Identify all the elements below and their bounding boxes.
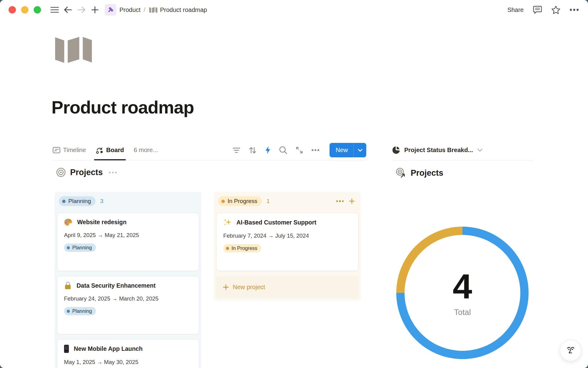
product-workspace-icon[interactable] bbox=[105, 4, 116, 16]
card-title: New Mobile App Launch bbox=[74, 345, 143, 352]
top-bar: Product / Product roadmap Share bbox=[0, 0, 588, 20]
status-dot bbox=[62, 200, 66, 203]
plus-icon bbox=[223, 284, 229, 290]
page-title[interactable]: Product roadmap bbox=[51, 97, 194, 117]
view-options-icon[interactable] bbox=[311, 149, 319, 151]
new-tab-icon[interactable] bbox=[89, 4, 100, 15]
zoom-window-button[interactable] bbox=[34, 6, 41, 13]
timeline-view-icon bbox=[53, 147, 60, 153]
view-toolbar: New bbox=[232, 143, 366, 157]
forward-icon[interactable] bbox=[76, 4, 87, 15]
page-map-icon[interactable] bbox=[55, 36, 92, 63]
chart-section-heading: Projects bbox=[395, 167, 443, 178]
more-options-icon[interactable] bbox=[570, 9, 579, 11]
card-status-tag: Planning bbox=[64, 243, 96, 252]
card-title: Website redesign bbox=[77, 219, 126, 226]
card-website-redesign[interactable]: Website redesign April 9, 2025 → May 21,… bbox=[57, 213, 199, 271]
chart-panel-title[interactable]: Project Status Breakd... bbox=[404, 147, 473, 154]
card-title: AI-Based Customer Support bbox=[236, 219, 316, 226]
tab-more-views[interactable]: 6 more... bbox=[133, 140, 159, 160]
column-planning-header: Planning 3 bbox=[57, 194, 199, 208]
status-pill-label: In Progress bbox=[228, 198, 257, 205]
column-options-icon[interactable] bbox=[336, 200, 344, 202]
status-pill-label: Planning bbox=[68, 198, 91, 205]
card-dates: May 1, 2025 → May 30, 2025 bbox=[64, 359, 192, 366]
column-add-icon[interactable] bbox=[349, 198, 355, 204]
tab-timeline-label: Timeline bbox=[63, 147, 86, 154]
search-icon[interactable] bbox=[279, 146, 287, 154]
card-status-tag: In Progress bbox=[223, 244, 261, 252]
card-status-tag: Planning bbox=[64, 307, 96, 315]
mobile-phone-icon bbox=[64, 345, 69, 353]
minimize-window-button[interactable] bbox=[21, 6, 28, 13]
share-button[interactable]: Share bbox=[507, 6, 524, 13]
ai-face-icon bbox=[565, 345, 576, 356]
card-dates: April 9, 2025 → May 21, 2025 bbox=[64, 232, 192, 239]
linked-target-icon bbox=[395, 167, 406, 178]
new-project-label: New project bbox=[233, 284, 265, 291]
donut-total-value: 4 bbox=[453, 269, 472, 304]
notion-window: Product / Product roadmap Share Product … bbox=[0, 0, 588, 368]
board-section-title[interactable]: Projects bbox=[70, 168, 103, 177]
donut-total-label: Total bbox=[454, 308, 471, 317]
status-breakdown-donut-chart[interactable]: 4 Total bbox=[396, 227, 529, 359]
tab-board-label: Board bbox=[106, 147, 124, 154]
card-dates: February 24, 2025 → March 20, 2025 bbox=[64, 295, 192, 302]
column-count: 1 bbox=[266, 198, 270, 205]
automations-lightning-icon[interactable] bbox=[265, 146, 271, 154]
chart-section-title[interactable]: Projects bbox=[411, 168, 443, 178]
tab-timeline[interactable]: Timeline bbox=[52, 140, 87, 160]
board-section-heading: Projects bbox=[56, 167, 117, 177]
new-button-group: New bbox=[330, 143, 366, 157]
favorite-star-icon[interactable] bbox=[551, 6, 560, 14]
breadcrumb-separator: / bbox=[144, 6, 145, 13]
status-dot bbox=[221, 200, 225, 203]
breadcrumb-root[interactable]: Product bbox=[119, 6, 141, 13]
new-button-chevron-icon[interactable] bbox=[353, 143, 366, 157]
comments-icon[interactable] bbox=[533, 6, 542, 14]
chart-panel-header: Project Status Breakd... bbox=[392, 140, 533, 160]
column-in-progress-header: In Progress 1 bbox=[216, 194, 358, 208]
sort-icon[interactable] bbox=[249, 146, 257, 154]
lock-icon bbox=[64, 282, 72, 289]
palette-icon bbox=[64, 218, 72, 226]
pie-chart-icon bbox=[392, 146, 400, 154]
column-count: 3 bbox=[100, 198, 104, 205]
target-icon bbox=[56, 167, 66, 177]
card-data-security[interactable]: Data Security Enhancement February 24, 2… bbox=[57, 276, 199, 334]
status-pill-in-progress[interactable]: In Progress bbox=[218, 196, 262, 206]
notion-ai-button[interactable] bbox=[560, 340, 581, 361]
chevron-down-icon[interactable] bbox=[477, 148, 483, 152]
map-icon bbox=[149, 7, 157, 13]
card-ai-support[interactable]: AI-Based Customer Support February 7, 20… bbox=[216, 213, 358, 271]
column-planning: Planning 3 Website redesign April 9, 202… bbox=[55, 192, 202, 368]
top-bar-actions: Share bbox=[507, 6, 579, 14]
active-tab-underline bbox=[94, 159, 126, 160]
sparkles-icon bbox=[223, 218, 232, 227]
menu-icon[interactable] bbox=[49, 4, 60, 15]
status-pill-planning[interactable]: Planning bbox=[59, 196, 96, 206]
close-window-button[interactable] bbox=[9, 6, 16, 13]
column-in-progress: In Progress 1 AI-Based Customer Support … bbox=[214, 192, 361, 301]
expand-icon[interactable] bbox=[296, 146, 303, 154]
board-view-icon bbox=[96, 147, 104, 154]
filter-icon[interactable] bbox=[232, 148, 240, 153]
new-project-button[interactable]: New project bbox=[216, 276, 358, 298]
tab-board[interactable]: Board bbox=[95, 140, 125, 160]
back-icon[interactable] bbox=[62, 4, 74, 15]
card-dates: February 7, 2024 → July 15, 2024 bbox=[223, 232, 351, 239]
donut-center: 4 Total bbox=[405, 235, 520, 351]
tab-more-label: 6 more... bbox=[134, 147, 158, 154]
view-tabs-row: Timeline Board 6 more... bbox=[52, 140, 366, 160]
card-mobile-app[interactable]: New Mobile App Launch May 1, 2025 → May … bbox=[57, 339, 199, 368]
card-title: Data Security Enhancement bbox=[77, 282, 156, 289]
breadcrumb-current[interactable]: Product roadmap bbox=[160, 6, 207, 13]
new-button[interactable]: New bbox=[330, 143, 353, 157]
window-controls bbox=[9, 6, 41, 13]
section-options-icon[interactable] bbox=[109, 172, 117, 173]
